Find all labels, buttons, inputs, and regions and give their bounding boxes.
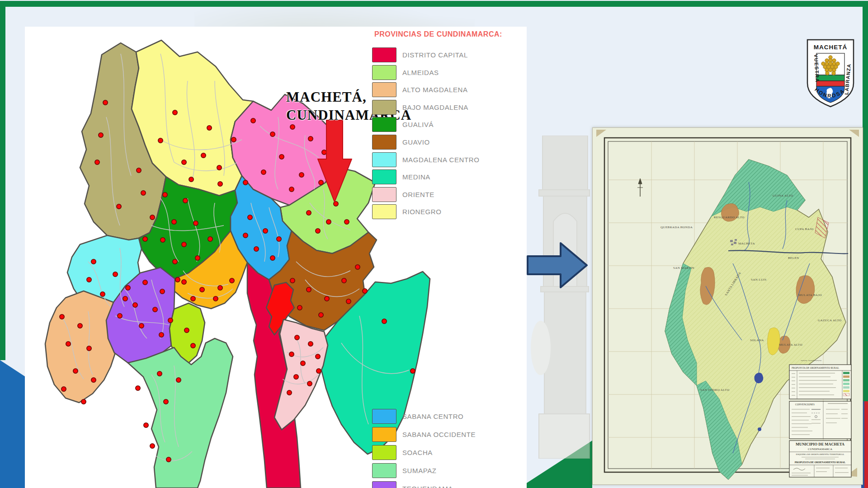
- legend-label: SOACHA: [402, 449, 433, 456]
- svg-text:ESQUEMA DE ORDENAMIENTO TERRIT: ESQUEMA DE ORDENAMIENTO TERRITORIAL: [796, 453, 844, 455]
- legend-swatch: [372, 445, 396, 460]
- legend-label: MEDINA: [402, 173, 430, 181]
- legend-title: PROVINCIAS DE CUNDINAMARCA:: [374, 30, 524, 38]
- legend-swatch: [372, 117, 396, 132]
- svg-text:PROPUESTA DE ORDENAMIENTO RURA: PROPUESTA DE ORDENAMIENTO RURAL: [792, 366, 840, 369]
- north-arrow-icon: [637, 178, 643, 197]
- svg-text:MACHETA: MACHETA: [738, 242, 755, 245]
- svg-text:SAN LUIS: SAN LUIS: [751, 278, 767, 282]
- svg-text:QUEBRADA HONDA: QUEBRADA HONDA: [660, 225, 693, 229]
- legend-swatch: [372, 481, 396, 488]
- presentation-slide: MACHETÁ, CUNDINAMARCA PROVINCIAS DE CUND…: [0, 0, 868, 488]
- svg-text:CUPA BAJO: CUPA BAJO: [795, 227, 814, 231]
- legend-item-sumapaz: SUMAPAZ: [372, 463, 521, 479]
- legend-label: MAGDALENA CENTRO: [402, 156, 479, 164]
- legend-item-almeidas: ALMEIDAS: [372, 65, 521, 81]
- legend-item-oriente: ORIENTE: [372, 187, 521, 203]
- svg-text:SAN MARTIN: SAN MARTIN: [673, 266, 694, 270]
- legend-item-soacha: SOACHA: [372, 445, 521, 461]
- legend-item-magdalena-centro: MAGDALENA CENTRO: [372, 152, 521, 169]
- svg-text:MUNICIPIO DE MACHETA: MUNICIPIO DE MACHETA: [796, 442, 845, 446]
- svg-text:MULATA ALTO: MULATA ALTO: [779, 343, 802, 347]
- svg-text:~~~ ~~~~~~: ~~~ ~~~~~~: [801, 358, 821, 363]
- svg-text:CUNDINAMARCA: CUNDINAMARCA: [808, 447, 832, 450]
- macheta-map-sheet: QUEBRADA HONDA RESGUARDO ALTO GUINA ALTO…: [592, 127, 863, 485]
- legend-label: DISTRITO CAPITAL: [402, 51, 468, 59]
- svg-text:GUINA ALTO: GUINA ALTO: [773, 194, 793, 197]
- corner-blue-shape: [0, 0, 27, 488]
- coa-name: MACHETÁ: [814, 44, 848, 51]
- legend-swatch: [372, 204, 396, 219]
- svg-text:GAZUCA ALTO: GAZUCA ALTO: [818, 319, 841, 322]
- legend-swatch: [372, 82, 396, 97]
- frame-top-bar: [0, 1, 868, 7]
- legend-swatch: [372, 47, 396, 62]
- legend-swatch: [372, 135, 396, 150]
- legend-item-bajo-magdalena: BAJO MAGDALENA: [372, 100, 521, 116]
- legend-swatch: [372, 65, 396, 80]
- legend-label: ALMEIDAS: [402, 69, 439, 76]
- svg-text:PROPUESTA DE ORDENAMIENTO RURA: PROPUESTA DE ORDENAMIENTO RURAL: [795, 461, 846, 464]
- macheta-coat-of-arms: MACHETÁ VUESTRA LABRANZA HONROSA: [801, 37, 860, 110]
- legend-label: BAJO MAGDALENA: [402, 103, 468, 111]
- svg-text:MULATA BAJO: MULATA BAJO: [798, 293, 822, 297]
- legend-swatch: [372, 187, 396, 202]
- sheet-legend-box: ~~~ ~~~~~~ PROPUESTA DE ORDENAMIENTO RUR…: [789, 358, 851, 399]
- legend-item-gualiva: GUALIVÁ: [372, 117, 521, 133]
- legend-item-sabana-occidente: SABANA OCCIDENTE: [372, 427, 521, 443]
- legend-label: TEQUENDAMA: [402, 485, 453, 488]
- legend-item-distrito-capital: DISTRITO CAPITAL: [372, 47, 521, 64]
- church-watermark: [530, 136, 591, 459]
- legend-item-guavio: GUAVIO: [372, 135, 521, 151]
- legend-swatch: [372, 427, 396, 442]
- legend-label: GUAVIO: [402, 138, 430, 146]
- province-map-panel: MACHETÁ, CUNDINAMARCA PROVINCIAS DE CUND…: [25, 27, 527, 488]
- legend-item-rionegro: RIONEGRO: [372, 204, 521, 221]
- sheet-title-block: MUNICIPIO DE MACHETA CUNDINAMARCA ESQUEM…: [789, 441, 851, 477]
- legend-item-sabana-centro: SABANA CENTRO: [372, 409, 521, 425]
- legend-label: SABANA CENTRO: [402, 413, 463, 420]
- legend-label: RIONEGRO: [402, 208, 441, 216]
- svg-text:SOLANA: SOLANA: [750, 338, 764, 342]
- legend-swatch: [372, 169, 396, 184]
- lake: [755, 373, 764, 383]
- svg-text:RESGUARDO ALTO: RESGUARDO ALTO: [714, 216, 745, 219]
- frame-right-bar: [863, 1, 868, 401]
- legend-label: SUMAPAZ: [402, 467, 437, 474]
- legend-swatch: [372, 463, 396, 478]
- legend-item-medina: MEDINA: [372, 169, 521, 186]
- legend-swatch: [372, 100, 396, 115]
- svg-text:CONVENCIONES: CONVENCIONES: [795, 403, 815, 406]
- frame-bottom-right-red-strip: [864, 401, 868, 488]
- legend-swatch: [372, 152, 396, 167]
- legend-label: GUALIVÁ: [402, 121, 434, 128]
- blue-right-arrow: [526, 241, 590, 290]
- svg-text:BELEN: BELEN: [788, 256, 799, 260]
- legend-label: SABANA OCCIDENTE: [402, 431, 476, 438]
- legend-item-alto-magdalena: ALTO MAGDALENA: [372, 82, 521, 99]
- province-sumapaz: [128, 338, 233, 488]
- small-lake: [758, 427, 761, 431]
- legend-swatch: [372, 409, 396, 424]
- legend-label: ORIENTE: [402, 191, 434, 198]
- legend-item-tequendama: TEQUENDAMA: [372, 481, 521, 488]
- sheet-conventions-box: CONVENCIONES: [789, 401, 851, 439]
- province-alto-magdalena: [45, 291, 115, 403]
- legend-label: ALTO MAGDALENA: [402, 86, 468, 94]
- svg-text:SAN ISIDRO ALTO: SAN ISIDRO ALTO: [700, 388, 729, 392]
